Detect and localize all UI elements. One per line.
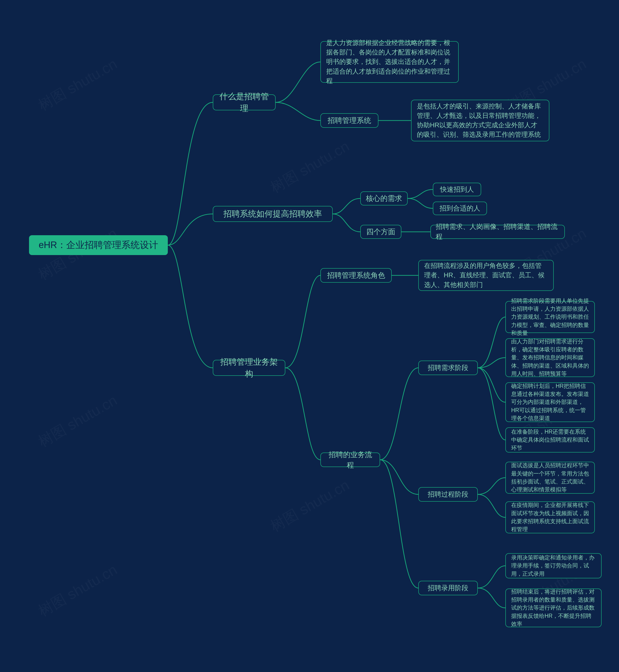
node-label: 招聘系统如何提高招聘效率	[223, 208, 322, 220]
node-label: 核心的需求	[366, 193, 402, 204]
leaf-demand-2[interactable]: 由人力部门对招聘需求进行分析，确定整体吸引应聘者的数量、发布招聘信息的时间和媒体…	[505, 338, 595, 377]
leaf-process-2[interactable]: 在疫情期间，企业都开展将线下面试环节改为线上视频面试，因此要求招聘系统支持线上面…	[505, 501, 595, 533]
node-phase-process[interactable]: 招聘过程阶段	[418, 487, 478, 502]
watermark: 树图 shutu.cn	[35, 54, 121, 115]
leaf-what-is-desc[interactable]: 是人力资源部根据企业经营战略的需要，根据各部门、各岗位的人才配置标准和岗位说明书…	[320, 41, 459, 83]
leaf-text: 是人力资源部根据企业经营战略的需要，根据各部门、各岗位的人才配置标准和岗位说明书…	[326, 38, 453, 86]
leaf-text: 招聘结束后，将进行招聘评估，对招聘录用者的数量和质量、选拔测试的方法等进行评估，…	[511, 588, 596, 628]
leaf-demand-4[interactable]: 在准备阶段，HR还需要在系统中确定具体岗位招聘流程和面试环节	[505, 427, 595, 452]
node-phase-demand[interactable]: 招聘需求阶段	[418, 361, 478, 375]
leaf-text: 招到合适的人	[439, 203, 480, 213]
node-label: 招聘管理系统角色	[327, 270, 385, 281]
leaf-hire-2[interactable]: 招聘结束后，将进行招聘评估，对招聘录用者的数量和质量、选拔测试的方法等进行评估，…	[505, 589, 602, 627]
leaf-fast-hire[interactable]: 快速招到人	[433, 183, 481, 196]
node-four-aspects[interactable]: 四个方面	[360, 225, 401, 239]
leaf-text: 在疫情期间，企业都开展将线下面试环节改为线上视频面试，因此要求招聘系统支持线上面…	[511, 501, 589, 533]
leaf-recruit-mgmt-system-desc[interactable]: 是包括人才的吸引、来源控制、人才储备库管理、人才甄选，以及日常招聘管理功能，协助…	[411, 100, 549, 141]
leaf-demand-3[interactable]: 确定招聘计划后，HR把招聘信息通过各种渠道发布。发布渠道可分为内部渠道和外部渠道…	[505, 382, 595, 422]
leaf-process-1[interactable]: 面试选拔是人员招聘过程环节中最关键的一个环节，常用方法包括初步面试、笔试、正式面…	[505, 462, 595, 494]
node-label: 什么是招聘管理	[218, 90, 270, 115]
node-label: 招聘的业务流程	[326, 449, 375, 471]
node-label: 招聘过程阶段	[428, 490, 468, 499]
mindmap-canvas: { "watermark": "树图 shutu.cn", "root": { …	[0, 0, 619, 672]
leaf-text: 招聘需求阶段需要用人单位先提出招聘申请，人力资源部依据人力资源规划、工作说明书和…	[511, 297, 589, 337]
leaf-demand-1[interactable]: 招聘需求阶段需要用人单位先提出招聘申请，人力资源部依据人力资源规划、工作说明书和…	[505, 301, 595, 333]
node-label: 招聘需求阶段	[428, 363, 468, 373]
leaf-hire-1[interactable]: 录用决策即确定和通知录用者，办理录用手续，签订劳动合同，试用，正式录用	[505, 553, 602, 578]
root-node[interactable]: eHR：企业招聘管理系统设计	[29, 235, 168, 255]
leaf-text: 在准备阶段，HR还需要在系统中确定具体岗位招聘流程和面试环节	[511, 428, 589, 452]
leaf-hire-fit[interactable]: 招到合适的人	[433, 201, 487, 215]
watermark: 树图 shutu.cn	[267, 137, 353, 198]
leaf-text: 招聘需求、人岗画像、招聘渠道、招聘流程	[436, 222, 559, 242]
watermark: 树图 shutu.cn	[35, 560, 121, 621]
leaf-text: 是包括人才的吸引、来源控制、人才储备库管理、人才甄选，以及日常招聘管理功能，协助…	[417, 102, 544, 140]
node-recruit-mgmt-system[interactable]: 招聘管理系统	[320, 113, 379, 128]
leaf-text: 录用决策即确定和通知录用者，办理录用手续，签订劳动合同，试用，正式录用	[511, 554, 596, 578]
node-system-roles[interactable]: 招聘管理系统角色	[320, 268, 392, 283]
node-business-arch[interactable]: 招聘管理业务架构	[213, 360, 285, 376]
node-label: 招聘管理系统	[328, 115, 371, 126]
watermark: 树图 shutu.cn	[35, 391, 121, 452]
node-label: 四个方面	[366, 227, 395, 237]
leaf-text: 确定招聘计划后，HR把招聘信息通过各种渠道发布。发布渠道可分为内部渠道和外部渠道…	[511, 382, 589, 423]
leaf-text: 面试选拔是人员招聘过程环节中最关键的一个环节，常用方法包括初步面试、笔试、正式面…	[511, 462, 589, 494]
watermark: 树图 shutu.cn	[267, 476, 353, 537]
leaf-system-roles-desc[interactable]: 在招聘流程涉及的用户角色较多，包括管理者、HR、直线经理、面试官、员工、候选人、…	[418, 260, 554, 291]
node-phase-hire[interactable]: 招聘录用阶段	[418, 581, 478, 595]
root-label: eHR：企业招聘管理系统设计	[39, 238, 158, 252]
node-business-process[interactable]: 招聘的业务流程	[320, 452, 380, 467]
node-what-is[interactable]: 什么是招聘管理	[213, 95, 276, 110]
leaf-four-aspects-detail[interactable]: 招聘需求、人岗画像、招聘渠道、招聘流程	[430, 225, 565, 239]
leaf-text: 快速招到人	[440, 185, 474, 194]
leaf-text: 由人力部门对招聘需求进行分析，确定整体吸引应聘者的数量、发布招聘信息的时间和媒体…	[511, 338, 589, 378]
node-core-need[interactable]: 核心的需求	[360, 191, 408, 205]
leaf-text: 在招聘流程涉及的用户角色较多，包括管理者、HR、直线经理、面试官、员工、候选人、…	[424, 261, 548, 290]
node-label: 招聘管理业务架构	[218, 356, 280, 380]
node-how-improve[interactable]: 招聘系统如何提高招聘效率	[213, 206, 333, 222]
node-label: 招聘录用阶段	[428, 583, 468, 593]
